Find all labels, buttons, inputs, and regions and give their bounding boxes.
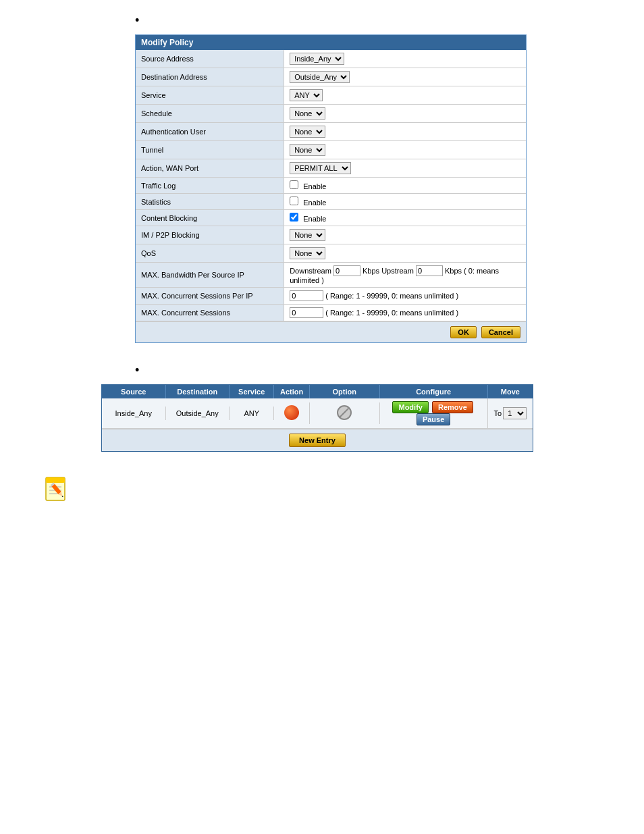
auth-user-row: Authentication User None (136, 123, 526, 141)
header-destination: Destination (166, 385, 230, 398)
modify-button[interactable]: Modify (392, 401, 428, 413)
im-p2p-label: IM / P2P Blocking (136, 226, 284, 244)
modify-policy-container: Modify Policy Source Address Inside_Any … (135, 34, 527, 343)
destination-address-select[interactable]: Outside_Any (290, 71, 350, 83)
im-p2p-select[interactable]: None (290, 229, 325, 241)
form-footer: OK Cancel (136, 321, 526, 342)
header-configure: Configure (380, 385, 488, 398)
modify-policy-table: Source Address Inside_Any Destination Ad… (136, 50, 526, 321)
row-source: Inside_Any (102, 407, 166, 420)
action-globe-icon (284, 405, 299, 420)
new-entry-row: New Entry (102, 429, 533, 451)
header-action: Action (274, 385, 309, 398)
max-concurrent-per-ip-row: MAX. Concurrent Sessions Per IP ( Range:… (136, 288, 526, 305)
content-blocking-checkbox[interactable] (290, 213, 298, 221)
traffic-log-checkbox[interactable] (290, 180, 298, 189)
header-move: Move (488, 385, 533, 398)
concurrent-per-ip-range: ( Range: 1 - 99999, 0: means unlimited ) (325, 292, 458, 300)
service-row: Service ANY (136, 86, 526, 105)
auth-user-select[interactable]: None (290, 126, 325, 138)
source-address-row: Source Address Inside_Any (136, 50, 526, 68)
row-destination: Outside_Any (166, 407, 230, 420)
row-service: ANY (230, 407, 274, 420)
header-source: Source (102, 385, 166, 398)
max-concurrent-row: MAX. Concurrent Sessions ( Range: 1 - 99… (136, 305, 526, 321)
auth-user-label: Authentication User (136, 123, 284, 141)
concurrent-input[interactable] (290, 307, 323, 318)
im-p2p-row: IM / P2P Blocking None (136, 226, 526, 244)
max-bandwidth-row: MAX. Bandwidth Per Source IP Downstream … (136, 263, 526, 288)
policy-list-header: Source Destination Service Action Option… (102, 385, 533, 398)
content-blocking-row: Content Blocking Enable (136, 210, 526, 226)
pause-button[interactable]: Pause (417, 413, 450, 425)
destination-address-row: Destination Address Outside_Any (136, 68, 526, 86)
qos-select[interactable]: None (290, 247, 325, 259)
action-wan-label: Action, WAN Port (136, 159, 284, 178)
statistics-label: Statistics (136, 194, 284, 210)
statistics-row: Statistics Enable (136, 194, 526, 210)
max-bandwidth-label: MAX. Bandwidth Per Source IP (136, 263, 284, 288)
service-label: Service (136, 86, 284, 105)
row-option (310, 402, 380, 424)
move-select[interactable]: 1 (503, 407, 527, 419)
destination-address-label: Destination Address (136, 68, 284, 86)
traffic-log-label: Traffic Log (136, 178, 284, 194)
concurrent-per-ip-input[interactable] (290, 290, 323, 301)
downstream-label: Downstream (290, 267, 331, 275)
cancel-button[interactable]: Cancel (481, 326, 520, 338)
modify-policy-header: Modify Policy (136, 35, 526, 50)
action-wan-row: Action, WAN Port PERMIT ALL (136, 159, 526, 178)
kbps-label-1: Kbps (363, 267, 379, 275)
tunnel-select[interactable]: None (290, 144, 325, 156)
source-address-label: Source Address (136, 50, 284, 68)
option-no-icon (337, 405, 352, 420)
bullet-2: • (135, 363, 630, 377)
row-configure: Modify Remove Pause (380, 398, 488, 428)
policy-list-container: Source Destination Service Action Option… (101, 384, 533, 452)
max-concurrent-label: MAX. Concurrent Sessions (136, 305, 284, 321)
traffic-log-enable-label: Enable (303, 182, 326, 190)
schedule-select[interactable]: None (290, 107, 325, 120)
upstream-label: Upstream (381, 267, 414, 275)
tunnel-row: Tunnel None (136, 141, 526, 159)
qos-row: QoS None (136, 244, 526, 263)
service-select[interactable]: ANY (290, 89, 323, 101)
header-option: Option (310, 385, 380, 398)
max-concurrent-per-ip-label: MAX. Concurrent Sessions Per IP (136, 288, 284, 305)
content-blocking-label: Content Blocking (136, 210, 284, 226)
svg-rect-1 (46, 477, 65, 483)
remove-button[interactable]: Remove (432, 401, 473, 413)
upstream-input[interactable] (416, 265, 443, 276)
schedule-label: Schedule (136, 105, 284, 123)
row-action (274, 402, 309, 424)
header-service: Service (230, 385, 274, 398)
note-icon-container (41, 472, 630, 507)
bullet-1: • (135, 14, 630, 28)
traffic-log-row: Traffic Log Enable (136, 178, 526, 194)
new-entry-button[interactable]: New Entry (289, 434, 346, 447)
concurrent-range: ( Range: 1 - 99999, 0: means unlimited ) (325, 309, 458, 317)
statistics-enable-label: Enable (303, 199, 326, 207)
downstream-input[interactable] (333, 265, 360, 276)
pencil-icon (41, 472, 74, 506)
schedule-row: Schedule None (136, 105, 526, 123)
ok-button[interactable]: OK (450, 326, 477, 338)
content-blocking-enable-label: Enable (303, 215, 326, 223)
row-move: To 1 (488, 405, 533, 422)
source-address-select[interactable]: Inside_Any (290, 53, 344, 65)
statistics-checkbox[interactable] (290, 197, 298, 205)
policy-row: Inside_Any Outside_Any ANY Modify Remove… (102, 398, 533, 429)
kbps-label-2: Kbps (445, 267, 462, 275)
qos-label: QoS (136, 244, 284, 263)
move-to-label: To (494, 409, 502, 417)
action-wan-select[interactable]: PERMIT ALL (290, 162, 351, 174)
tunnel-label: Tunnel (136, 141, 284, 159)
